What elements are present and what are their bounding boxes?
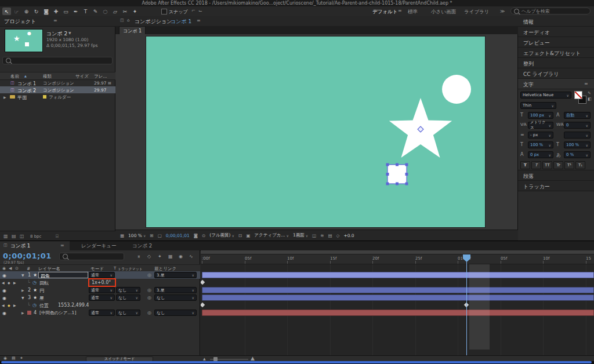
resolution-value[interactable]: (フル画質) bbox=[209, 232, 230, 238]
snap-to-features-icon[interactable]: ⌙ bbox=[198, 8, 202, 13]
show-snapshot-icon[interactable]: ⊙ bbox=[202, 233, 205, 238]
add-keyframe-icon[interactable]: ◆ bbox=[8, 303, 10, 307]
magnification-caret-icon[interactable]: ∨ bbox=[143, 234, 146, 238]
draft-3d-icon[interactable]: ◇ bbox=[147, 254, 151, 259]
stopwatch-icon[interactable]: ◷ bbox=[32, 280, 37, 285]
brush-tool-icon[interactable]: ✎ bbox=[91, 8, 100, 15]
property-row-position[interactable]: ◀ ◆ ▶ └ ◷ 位置 1553.2,499.4 bbox=[0, 301, 200, 309]
tracking-select[interactable]: 0∨ bbox=[564, 122, 591, 129]
horizontal-scale-select[interactable]: 100 %∨ bbox=[564, 141, 591, 148]
stroke-width-select[interactable]: - px∨ bbox=[528, 132, 553, 139]
puppet-pin-tool-icon[interactable]: ✦ bbox=[131, 8, 139, 15]
zoom-tool-icon[interactable]: ⊕ bbox=[22, 8, 31, 15]
eraser-tool-icon[interactable]: ▱ bbox=[111, 8, 119, 15]
region-of-interest-icon[interactable]: ⊡ bbox=[238, 233, 242, 238]
toggle-transfer-controls-icon[interactable]: ▤ bbox=[12, 356, 16, 361]
timeline-hscrollbar-thumb[interactable] bbox=[1, 361, 592, 363]
timeline-current-time[interactable]: 0;00;01;01 bbox=[3, 252, 52, 260]
parent-select[interactable]: 3.星∨ bbox=[154, 287, 197, 293]
panel-header-effects-presets[interactable]: エフェクト&プリセット bbox=[518, 48, 594, 58]
project-panel-title[interactable]: プロジェクト bbox=[4, 18, 36, 26]
panel-header-preview[interactable]: プレビュー bbox=[518, 37, 594, 48]
col-size[interactable]: サイズ bbox=[75, 74, 89, 79]
sort-ascending-icon[interactable]: ▲ bbox=[24, 74, 27, 78]
small-caps-icon[interactable]: Tr bbox=[553, 161, 563, 169]
col-name[interactable]: 名前 bbox=[10, 74, 19, 79]
faux-bold-icon[interactable]: T bbox=[520, 161, 530, 169]
parent-pickwhip-icon[interactable]: ◎ bbox=[147, 272, 151, 278]
grid-guides-icon[interactable]: ⊞ bbox=[150, 233, 153, 238]
help-search-input[interactable] bbox=[521, 9, 587, 14]
workspace-overflow-chevron[interactable]: ≫ bbox=[500, 9, 505, 14]
toggle-layer-switches-icon[interactable]: ◉ bbox=[3, 356, 7, 361]
blend-mode-select[interactable]: 通常∨ bbox=[89, 310, 115, 316]
create-comp-icon[interactable]: ◫ bbox=[20, 234, 24, 239]
pan-behind-tool-icon[interactable]: ✚ bbox=[52, 8, 60, 15]
expander-icon[interactable]: ▶ bbox=[3, 95, 6, 99]
snap-along-edges-icon[interactable]: ⌐ bbox=[191, 8, 195, 13]
expander-icon[interactable]: ▶ bbox=[21, 311, 24, 315]
panel-menu-icon[interactable]: ≡ bbox=[197, 18, 201, 23]
workspace-tab-small-screen[interactable]: 小さい画面 bbox=[431, 9, 456, 16]
layer-row-4[interactable]: ◉ ▶ 4 [中間色のシア...1] 通常∨ なし∨ ◎ なし∨ bbox=[0, 309, 200, 316]
shy-layers-icon[interactable]: ✦ bbox=[158, 254, 162, 259]
fill-color-swatch[interactable] bbox=[574, 91, 582, 99]
next-keyframe-icon[interactable]: ▶ bbox=[13, 303, 16, 307]
layer-bar-star[interactable] bbox=[202, 294, 594, 301]
parent-pickwhip-icon[interactable]: ◎ bbox=[147, 287, 151, 293]
visibility-eye-icon[interactable]: ◉ bbox=[2, 273, 6, 278]
view-layout-caret-icon[interactable]: ∨ bbox=[306, 234, 308, 238]
property-name[interactable]: 回転 bbox=[39, 280, 49, 286]
frame-blending-icon[interactable]: ▦ bbox=[168, 254, 173, 259]
parent-select[interactable]: 3.星∨ bbox=[154, 272, 197, 278]
project-search-input[interactable] bbox=[13, 58, 109, 63]
layer-row-2[interactable]: ◉ ▶ 2 ★ 円 通常∨ なし∨ ◎ 3.星∨ bbox=[0, 286, 200, 294]
project-row-comp2-selected[interactable]: ◫ コンポ 2 コンポジション 29.97 bbox=[0, 86, 115, 93]
comp-name-flyout-icon[interactable]: ▼ bbox=[68, 31, 71, 35]
panel-header-paragraph[interactable]: 段落 bbox=[518, 170, 594, 181]
transparency-grid-icon[interactable]: ▣ bbox=[246, 233, 250, 238]
flowchart-icon[interactable]: ⌆ bbox=[137, 254, 141, 259]
stopwatch-icon[interactable]: ◷ bbox=[32, 303, 37, 308]
expander-icon[interactable]: ▼ bbox=[21, 296, 24, 300]
tsume-select[interactable]: 0 %∨ bbox=[564, 151, 591, 158]
mask-visibility-icon[interactable]: ▢ bbox=[158, 233, 162, 238]
layer-bar-square-selected[interactable] bbox=[202, 272, 594, 278]
roto-brush-tool-icon[interactable]: ✂ bbox=[121, 8, 129, 15]
parent-select[interactable]: なし∨ bbox=[154, 310, 197, 316]
superscript-icon[interactable]: T¹ bbox=[564, 161, 574, 169]
font-family-select[interactable]: Helvetica Neue∨ bbox=[520, 92, 571, 99]
parent-pickwhip-icon[interactable]: ◎ bbox=[147, 295, 151, 300]
baseline-shift-select[interactable]: 0 px∨ bbox=[528, 151, 553, 158]
default-colors-icon[interactable]: ◧ bbox=[588, 97, 592, 101]
position-value[interactable]: 1553.2,499.4 bbox=[58, 303, 89, 308]
selection-tool-icon[interactable]: ↖ bbox=[2, 8, 11, 15]
shape-tool-icon[interactable]: ▭ bbox=[61, 8, 70, 15]
blend-mode-select[interactable]: 通常∨ bbox=[89, 294, 115, 301]
panel-menu-icon[interactable]: ≡ bbox=[60, 243, 64, 248]
track-matte-select[interactable]: なし∨ bbox=[116, 294, 140, 301]
viewer-tab-comp1[interactable]: コンポ 1 bbox=[119, 26, 146, 34]
layer-name-edit-box[interactable]: 四角 bbox=[38, 272, 88, 278]
expander-icon[interactable]: ▶ bbox=[21, 288, 24, 292]
view-layout-value[interactable]: 1画面 bbox=[293, 232, 305, 238]
workspace-menu-icon[interactable]: ≡ bbox=[398, 8, 402, 13]
prev-keyframe-icon[interactable]: ◀ bbox=[2, 281, 5, 285]
auto-leading-select[interactable]: 自動∨ bbox=[564, 112, 591, 119]
faux-italic-icon[interactable]: T bbox=[531, 161, 541, 169]
parent-select[interactable]: なし∨ bbox=[154, 294, 197, 301]
snap-checkbox[interactable] bbox=[161, 9, 167, 14]
composition-panel-title[interactable]: コンポジション bbox=[135, 18, 172, 26]
flowchart-icon[interactable]: ◇ bbox=[336, 233, 340, 238]
type-tool-icon[interactable]: T bbox=[81, 8, 90, 15]
layer-bar-circle[interactable] bbox=[202, 287, 594, 293]
always-preview-icon[interactable]: ▦ bbox=[120, 233, 124, 238]
graph-editor-icon[interactable]: ∿ bbox=[189, 254, 193, 259]
col-type[interactable]: 種類 bbox=[43, 74, 52, 79]
interpret-footage-icon[interactable]: ▥ bbox=[3, 234, 8, 239]
project-bpc-label[interactable]: 8 bpc bbox=[30, 234, 41, 239]
panel-menu-icon[interactable]: ≡ bbox=[53, 18, 57, 23]
next-keyframe-icon[interactable]: ▶ bbox=[13, 281, 16, 285]
workspace-tab-standard[interactable]: 標準 bbox=[408, 9, 418, 16]
pixel-aspect-icon[interactable]: ◫ bbox=[312, 233, 316, 238]
